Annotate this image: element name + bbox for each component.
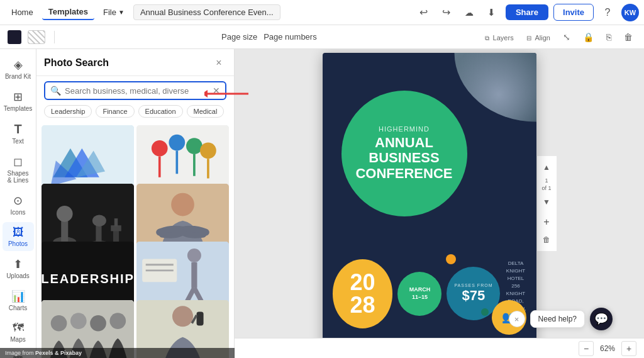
svg-point-26 [171, 193, 194, 216]
passes-label: PASSES FROM [454, 283, 492, 288]
redo-button[interactable]: ↪ [438, 4, 455, 21]
color-swatch[interactable] [8, 30, 21, 44]
invite-button[interactable]: Invite [553, 4, 594, 21]
svg-rect-19 [96, 224, 101, 243]
panel-title: Photo Search [44, 57, 109, 69]
toolbar-separator [54, 31, 55, 43]
svg-point-38 [51, 315, 67, 331]
tag-medical[interactable]: Medical [187, 105, 225, 118]
svg-point-17 [57, 205, 73, 221]
pattern-button[interactable] [28, 30, 45, 44]
sidebar-item-label: Text [12, 138, 23, 145]
flyer-canvas[interactable]: HIGHERMIND ANNUAL BUSINESS CONFERENCE 20… [323, 53, 536, 355]
svg-rect-44 [197, 311, 204, 325]
help-bubble: Need help? [530, 310, 585, 328]
sidebar-item-uploads[interactable]: ⬆ Uploads [3, 254, 34, 283]
maps-icon: 🗺 [13, 322, 24, 335]
year-circle: 20 28 [333, 259, 393, 328]
flyer-title: ANNUAL BUSINESS CONFERENCE [355, 135, 452, 181]
doc-title[interactable]: Annual Business Conference Even... [133, 4, 280, 20]
tags-container: Leadership Finance Education Medical [36, 105, 234, 123]
price-value: $75 [462, 288, 486, 304]
svg-rect-16 [61, 218, 68, 242]
cloud-icon[interactable]: ☁ [460, 4, 478, 21]
sidebar-item-label: Shapes & Lines [5, 170, 31, 184]
top-nav: Home Templates File ▼ Annual Business Co… [0, 0, 644, 25]
delete-page-button[interactable]: 🗑 [539, 232, 554, 247]
download-button[interactable]: ⬇ [483, 4, 501, 21]
icons-icon: ⊙ [13, 194, 23, 208]
svg-point-30 [187, 249, 201, 262]
page-numbers-button[interactable]: Page numbers [264, 32, 317, 42]
undo-button[interactable]: ↩ [415, 4, 433, 21]
sidebar-item-shapes[interactable]: ◻ Shapes & Lines [3, 151, 34, 187]
delete-icon[interactable]: 🗑 [620, 31, 636, 43]
nav-templates[interactable]: Templates [42, 4, 94, 20]
chevron-down-icon: ▼ [118, 9, 125, 16]
panel-header: Photo Search × [36, 49, 234, 76]
nav-home[interactable]: Home [5, 5, 40, 20]
flyer-main-circle: HIGHERMIND ANNUAL BUSINESS CONFERENCE [341, 91, 467, 216]
sidebar-item-templates[interactable]: ⊞ Templates [3, 86, 34, 116]
scroll-up-button[interactable]: ▲ [539, 160, 554, 175]
copy-icon[interactable]: ⎘ [602, 31, 615, 43]
zoom-out-button[interactable]: − [579, 341, 594, 356]
uploads-icon: ⬆ [13, 257, 23, 271]
svg-text:LEADERSHIP: LEADERSHIP [42, 272, 134, 286]
right-sidebar: ▲ 1 of 1 ▼ + 🗑 [536, 156, 557, 251]
nav-file[interactable]: File ▼ [97, 5, 131, 20]
sidebar-item-icons[interactable]: ⊙ Icons [3, 190, 34, 220]
lock-icon[interactable]: 🔒 [579, 31, 597, 43]
svg-point-20 [92, 215, 106, 226]
page-size-button[interactable]: Page size [221, 32, 257, 42]
svg-point-10 [186, 138, 203, 154]
sidebar-item-charts[interactable]: 📊 Charts [3, 286, 34, 315]
svg-point-6 [152, 140, 168, 157]
avatar[interactable]: KW [621, 4, 639, 21]
tag-education[interactable]: Education [138, 105, 183, 118]
red-arrow-overlay [204, 87, 255, 103]
svg-point-12 [200, 143, 216, 159]
share-button[interactable]: Share [506, 4, 548, 20]
sidebar-item-photos[interactable]: 🖼 Photos [3, 222, 34, 251]
help-icon[interactable]: ? [599, 4, 616, 21]
tag-finance[interactable]: Finance [96, 105, 134, 118]
layers-icon[interactable]: ⧉ Layers [481, 31, 518, 43]
main-layout: ◈ Brand Kit ⊞ Templates T Text ◻ Shapes … [0, 49, 644, 358]
svg-marker-47 [204, 90, 208, 98]
help-close-button[interactable]: × [509, 311, 525, 327]
chat-button[interactable]: 💬 [590, 308, 613, 330]
sidebar-item-text[interactable]: T Text [3, 118, 34, 148]
zoom-in-button[interactable]: + [621, 341, 636, 356]
sidebar-item-brand-kit[interactable]: ◈ Brand Kit [3, 54, 34, 84]
flyer-brand: HIGHERMIND [379, 125, 430, 133]
shapes-icon: ◻ [13, 155, 23, 169]
sidebar-item-maps[interactable]: 🗺 Maps [3, 318, 34, 347]
teal-dot [481, 308, 489, 316]
sidebar-item-label: Charts [9, 305, 27, 311]
add-page-button[interactable]: + [539, 215, 554, 230]
nav-icons: ↩ ↪ ☁ ⬇ Share Invite ? KW [415, 4, 639, 21]
resize-icon[interactable]: ⤡ [559, 31, 574, 43]
templates-icon: ⊞ [13, 90, 23, 104]
align-icon[interactable]: ⊟ Align [523, 31, 554, 43]
tag-leadership[interactable]: Leadership [44, 105, 92, 118]
year-value: 20 28 [350, 271, 375, 316]
zoom-bar: − 62% + [235, 338, 644, 358]
scroll-down-button[interactable]: ▼ [539, 194, 554, 210]
layers-stack-icon: ⧉ [485, 35, 489, 42]
date-circle: MARCH 11–15 [397, 272, 441, 316]
page-indicator: 1 of 1 [541, 177, 551, 192]
date-text: MARCH 11–15 [409, 286, 431, 301]
svg-point-41 [109, 313, 126, 329]
search-input[interactable] [65, 86, 209, 96]
help-widget: × Need help? 💬 [509, 308, 613, 330]
photo-grid: LEADERSHIP [36, 123, 234, 358]
search-icon: 🔍 [50, 86, 61, 96]
text-icon: T [14, 122, 21, 137]
panel-close-button[interactable]: × [211, 55, 226, 70]
toolbar: Page size Page numbers ⧉ Layers ⊟ Align … [0, 25, 644, 49]
photos-icon: 🖼 [13, 226, 24, 239]
brand-kit-icon: ◈ [14, 58, 23, 72]
canvas-area: HIGHERMIND ANNUAL BUSINESS CONFERENCE 20… [235, 49, 644, 358]
